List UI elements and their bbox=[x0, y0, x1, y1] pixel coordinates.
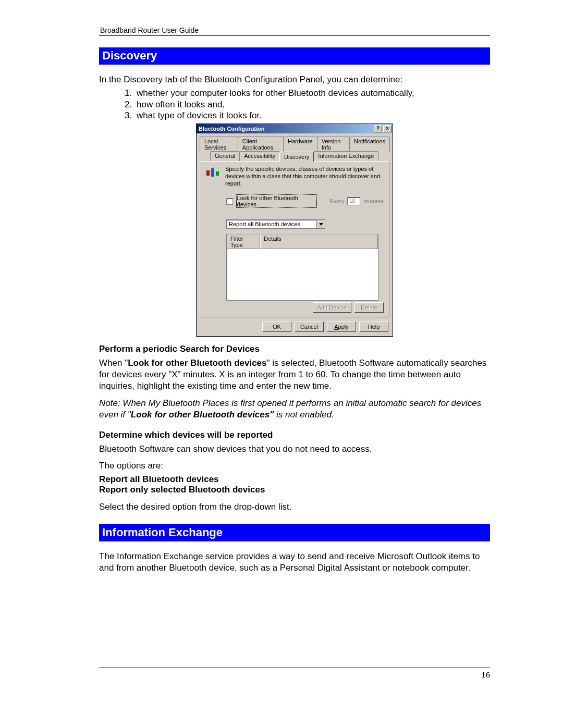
bluetooth-config-dialog: Bluetooth Configuration ? × Local Servic… bbox=[196, 124, 393, 337]
every-label: Every bbox=[329, 198, 344, 204]
option-report-all: Report all Bluetooth devices bbox=[99, 474, 490, 485]
info-exchange-p1: The Information Exchange service provide… bbox=[99, 551, 490, 574]
footer-rule bbox=[99, 668, 490, 668]
tab-notifications[interactable]: Notifications bbox=[349, 137, 390, 152]
discovery-tab-panel: Specify the specific devices, classes of… bbox=[200, 161, 389, 317]
apply-button[interactable]: Apply bbox=[327, 322, 356, 332]
minutes-label: minutes bbox=[363, 198, 384, 204]
look-for-devices-row: Look for other Bluetooth devices Every 1… bbox=[226, 194, 384, 208]
cancel-button[interactable]: Cancel bbox=[295, 322, 324, 332]
bluetooth-icon bbox=[205, 167, 220, 178]
look-checkbox-label[interactable]: Look for other Bluetooth devices bbox=[236, 194, 317, 208]
subheading-determine-devices: Determine which devices will be reported bbox=[99, 430, 490, 440]
svg-rect-0 bbox=[206, 170, 210, 176]
col-filter-type[interactable]: Filter Type bbox=[227, 235, 260, 249]
tab-discovery[interactable]: Discovery bbox=[279, 152, 314, 162]
report-dropdown-value: Report all Bluetooth devices bbox=[227, 221, 316, 227]
tab-local-services[interactable]: Local Services bbox=[200, 137, 238, 152]
every-minutes-input[interactable]: 10 bbox=[347, 197, 360, 205]
titlebar-help-button[interactable]: ? bbox=[374, 125, 382, 132]
report-dropdown[interactable]: Report all Bluetooth devices bbox=[226, 219, 325, 229]
text: is not enabled. bbox=[274, 410, 334, 419]
determine-p1: Bluetooth Software can show devices that… bbox=[99, 443, 490, 455]
discovery-list-item: whether your computer looks for other Bl… bbox=[134, 88, 490, 99]
discovery-description: Specify the specific devices, classes of… bbox=[225, 166, 384, 187]
tab-version-info[interactable]: Version Info bbox=[317, 137, 350, 152]
determine-p3: Select the desired option from the drop-… bbox=[99, 501, 490, 513]
text-bold: Look for other Bluetooth devices" bbox=[131, 410, 274, 419]
filter-list-header: Filter Type Details bbox=[227, 235, 378, 249]
apply-underline: A bbox=[334, 324, 338, 330]
look-checkbox[interactable] bbox=[226, 198, 233, 205]
close-icon: × bbox=[386, 126, 389, 131]
section-heading-info-exchange: Information Exchange bbox=[99, 524, 490, 541]
filter-listbox[interactable]: Filter Type Details bbox=[226, 234, 378, 301]
col-details[interactable]: Details bbox=[260, 235, 378, 249]
chevron-down-icon[interactable] bbox=[316, 220, 325, 228]
option-report-selected: Report only selected Bluetooth devices bbox=[99, 485, 490, 495]
tab-information-exchange[interactable]: Information Exchange bbox=[313, 151, 378, 161]
dialog-body: Local Services Client Applications Hardw… bbox=[197, 133, 393, 336]
page-header: Broadband Router User Guide bbox=[99, 26, 490, 34]
tab-hardware[interactable]: Hardware bbox=[283, 137, 317, 152]
determine-p2: The options are: bbox=[99, 460, 490, 472]
page: Broadband Router User Guide Discovery In… bbox=[0, 0, 563, 728]
section-heading-discovery: Discovery bbox=[99, 47, 490, 65]
tab-accessibility[interactable]: Accessibility bbox=[239, 151, 280, 161]
text-bold: Look for other Bluetooth devices bbox=[128, 358, 266, 368]
svg-rect-2 bbox=[216, 171, 219, 176]
tab-row-1: Local Services Client Applications Hardw… bbox=[200, 137, 389, 152]
help-icon: ? bbox=[376, 126, 380, 131]
discovery-list: whether your computer looks for other Bl… bbox=[99, 88, 490, 121]
tab-client-applications[interactable]: Client Applications bbox=[238, 137, 284, 152]
dialog-container: Bluetooth Configuration ? × Local Servic… bbox=[99, 124, 490, 337]
svg-rect-1 bbox=[211, 168, 214, 177]
help-button[interactable]: Help bbox=[359, 322, 388, 332]
dialog-title: Bluetooth Configuration bbox=[199, 126, 264, 132]
discovery-list-item: what type of devices it looks for. bbox=[134, 110, 490, 121]
tab-row-2: General Accessibility Discovery Informat… bbox=[200, 151, 389, 161]
discovery-list-item: how often it looks and, bbox=[134, 99, 490, 110]
ok-button[interactable]: OK bbox=[262, 322, 291, 332]
options-block: Report all Bluetooth devices Report only… bbox=[99, 474, 490, 495]
add-device-button[interactable]: Add Device bbox=[313, 302, 351, 313]
periodic-p1: When "Look for other Bluetooth devices" … bbox=[99, 357, 490, 391]
header-rule bbox=[99, 35, 490, 36]
periodic-note: Note: When My Bluetooth Places is first … bbox=[99, 398, 490, 421]
titlebar-close-button[interactable]: × bbox=[383, 125, 391, 132]
discovery-intro: In the Discovery tab of the Bluetooth Co… bbox=[99, 74, 490, 85]
page-number: 16 bbox=[99, 670, 490, 679]
subheading-periodic-search: Perform a periodic Search for Devices bbox=[99, 344, 490, 354]
tab-general[interactable]: General bbox=[210, 151, 240, 161]
dialog-titlebar[interactable]: Bluetooth Configuration ? × bbox=[197, 124, 393, 133]
dialog-button-row: OK Cancel Apply Help bbox=[200, 317, 389, 332]
delete-button[interactable]: Delete bbox=[354, 302, 384, 313]
apply-rest: pply bbox=[338, 324, 349, 330]
text: When " bbox=[99, 358, 128, 368]
